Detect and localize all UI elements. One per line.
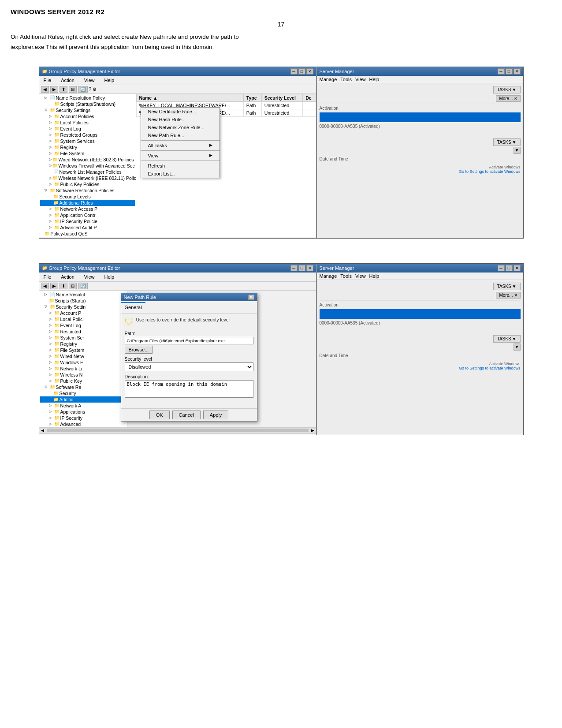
minimize-btn2[interactable]: ─ xyxy=(290,265,298,271)
close-btn2[interactable]: ✕ xyxy=(306,265,313,271)
tree2-network-a[interactable]: ▷📁 Network A xyxy=(40,403,126,409)
tree-item-windows-firewall[interactable]: ▷📁 Windows Firewall with Advanced Sec xyxy=(40,163,135,169)
tree2-windows-f[interactable]: ▷📁 Windows F xyxy=(40,359,126,366)
dialog-tab-general[interactable]: General xyxy=(121,302,145,312)
ok-button[interactable]: OK xyxy=(149,411,170,419)
sm2-more-button[interactable]: More... ✕ xyxy=(496,292,520,299)
tree2-local-policies[interactable]: ▷📁 Local Polici xyxy=(40,316,126,322)
tree2-advanced[interactable]: ▷📁 Advanced xyxy=(40,421,126,427)
scroll-right[interactable]: ▶ xyxy=(309,428,316,433)
ctx-new-cert[interactable]: New Certificate Rule... xyxy=(141,108,220,116)
menu2-file[interactable]: File xyxy=(41,273,54,280)
sm-menu-manage[interactable]: Manage xyxy=(320,77,337,82)
tree-item-additional-rules[interactable]: 📁 Additional Rules xyxy=(40,200,135,206)
maximize-btn2[interactable]: □ xyxy=(298,265,305,271)
ctx-all-tasks[interactable]: All Tasks ▶ xyxy=(141,142,220,149)
tree2-public-key[interactable]: ▷📁 Public Key xyxy=(40,378,126,384)
show-tree-btn[interactable]: ⊟ xyxy=(69,86,77,93)
sm2-tasks-button[interactable]: TASKS ▼ xyxy=(493,283,521,290)
back-btn[interactable]: ◀ xyxy=(41,86,49,93)
ctx-new-hash[interactable]: New Hash Rule... xyxy=(141,116,220,123)
tree-item-account-policies[interactable]: ▷📁 Account Policies xyxy=(40,113,135,119)
tree2-account[interactable]: ▷📁 Account P xyxy=(40,310,126,316)
forward-btn2[interactable]: ▶ xyxy=(50,283,58,289)
apply-button[interactable]: Apply xyxy=(203,411,229,419)
tree2-name-resolution[interactable]: ▷📄 Name Resolut xyxy=(40,291,126,298)
tree-item-policy-based-qos[interactable]: 📁 Policy-based QoS xyxy=(40,231,135,237)
sm2-tools[interactable]: Tools xyxy=(340,273,352,279)
menu2-view[interactable]: View xyxy=(82,273,97,280)
dialog-close-btn[interactable]: ✕ xyxy=(248,295,254,300)
tree-item-registry[interactable]: ▷📁 Registry xyxy=(40,144,135,150)
tree-item-software-restriction[interactable]: ▽📁 Software Restriction Policies xyxy=(40,187,135,194)
path-input[interactable] xyxy=(125,337,253,344)
collapse-btn2[interactable]: ▼ xyxy=(514,343,521,351)
browse-button[interactable]: Browse... xyxy=(125,346,153,354)
tree2-software-re[interactable]: ▽📁 Software Re xyxy=(40,384,126,390)
tree2-wireless-n[interactable]: ▷📁 Wireless N xyxy=(40,372,126,378)
sm-menu-tools[interactable]: Tools xyxy=(340,77,352,82)
tree2-scripts[interactable]: 📁 Scripts (Startu) xyxy=(40,298,126,304)
menu-view[interactable]: View xyxy=(82,77,97,84)
refresh-btn[interactable]: 🔄 xyxy=(78,86,88,93)
sm2-maximize[interactable]: □ xyxy=(506,265,513,271)
sm2-close[interactable]: ✕ xyxy=(514,265,521,271)
tree-item-wireless[interactable]: ▷📁 Wireless Network (IEEE 802.11) Polici xyxy=(40,175,135,181)
sm-maximize[interactable]: □ xyxy=(506,68,513,75)
ctx-export[interactable]: Export List... xyxy=(141,170,220,178)
tree2-wired-netw[interactable]: ▷📁 Wired Netw xyxy=(40,353,126,359)
menu-file[interactable]: File xyxy=(41,77,54,84)
maximize-btn[interactable]: □ xyxy=(298,68,305,75)
up-btn2[interactable]: ⬆ xyxy=(60,283,67,289)
tree-item-restricted-groups[interactable]: ▷📁 Restricted Groups xyxy=(40,132,135,138)
tree-item-public-key[interactable]: ▷📁 Public Key Policies xyxy=(40,181,135,187)
menu2-help[interactable]: Help xyxy=(101,273,117,280)
tree-item-network-list[interactable]: 📄 Network List Manager Policies xyxy=(40,169,135,175)
tree-item-ip-security[interactable]: ▷📁 IP Security Policie xyxy=(40,218,135,224)
tree2-security[interactable]: 📁 Security xyxy=(40,390,126,396)
scroll-left[interactable]: ◀ xyxy=(39,428,46,433)
tree-item-advanced-audit[interactable]: ▷📁 Advanced Audit P xyxy=(40,224,135,231)
up-btn[interactable]: ⬆ xyxy=(60,86,67,93)
menu-action[interactable]: Action xyxy=(58,77,77,84)
sm-tasks-button2[interactable]: TASKS ▼ xyxy=(493,138,521,146)
refresh-btn2[interactable]: 🔄 xyxy=(78,283,88,289)
ctx-view[interactable]: View ▶ xyxy=(141,152,220,160)
sm2-minimize[interactable]: ─ xyxy=(498,265,505,271)
show-tree-btn2[interactable]: ⊟ xyxy=(69,283,77,289)
tree-item-application-control[interactable]: ▷📁 Application Contr xyxy=(40,212,135,218)
forward-btn[interactable]: ▶ xyxy=(50,86,58,93)
tree2-system-ser[interactable]: ▷📁 System Ser xyxy=(40,335,126,341)
tree2-applications[interactable]: ▷📁 Applications xyxy=(40,409,126,415)
cancel-button[interactable]: Cancel xyxy=(172,411,201,419)
sm-close[interactable]: ✕ xyxy=(514,68,521,75)
security-level-select[interactable]: Disallowed Unrestricted xyxy=(125,362,253,371)
close-btn[interactable]: ✕ xyxy=(306,68,313,75)
tree-item-wired-network[interactable]: ▷📁 Wired Network (IEEE 802.3) Policies xyxy=(40,157,135,163)
tree2-security-settings[interactable]: ▽📁 Security Settin xyxy=(40,304,126,310)
menu2-action[interactable]: Action xyxy=(58,273,77,280)
h-scrollbar[interactable]: ◀ ▶ xyxy=(39,427,316,433)
tree2-file-system[interactable]: ▷📁 File System xyxy=(40,347,126,353)
tree-item-network-access[interactable]: ▷📁 Network Access P xyxy=(40,206,135,212)
tree2-network-li[interactable]: ▷📁 Network Li xyxy=(40,366,126,372)
tree2-ip-security[interactable]: ▷📁 IP Security xyxy=(40,415,126,421)
sm-more-button[interactable]: More... ✕ xyxy=(496,95,520,102)
sm-tasks-button[interactable]: TASKS ▼ xyxy=(493,86,521,93)
tree-item-scripts[interactable]: 📁 Scripts (Startup/Shutdown) xyxy=(40,101,135,107)
back-btn2[interactable]: ◀ xyxy=(41,283,49,289)
ctx-new-network-zone[interactable]: New Network Zone Rule... xyxy=(141,123,220,131)
tree-item-file-system[interactable]: ▷📁 File System xyxy=(40,150,135,157)
sm-menu-view[interactable]: View xyxy=(355,77,366,82)
tree-item-local-policies[interactable]: ▷📁 Local Policies xyxy=(40,119,135,126)
sm2-help[interactable]: Help xyxy=(369,273,380,279)
tree2-restricted[interactable]: ▷📁 Restricted xyxy=(40,329,126,335)
tree-item-event-log[interactable]: ▷📁 Event Log xyxy=(40,126,135,132)
sm2-view[interactable]: View xyxy=(355,273,366,279)
go-to-settings-link[interactable]: Go to Settings to activate Windows xyxy=(459,169,521,174)
description-textarea[interactable]: Block IE from opening in this domain xyxy=(125,380,253,398)
ctx-refresh[interactable]: Refresh xyxy=(141,162,220,170)
sm2-manage[interactable]: Manage xyxy=(320,273,337,279)
tree-item-security-levels[interactable]: 📁 Security Levels xyxy=(40,194,135,200)
sm2-go-to-settings[interactable]: Go to Settings to activate Windows xyxy=(459,366,521,370)
